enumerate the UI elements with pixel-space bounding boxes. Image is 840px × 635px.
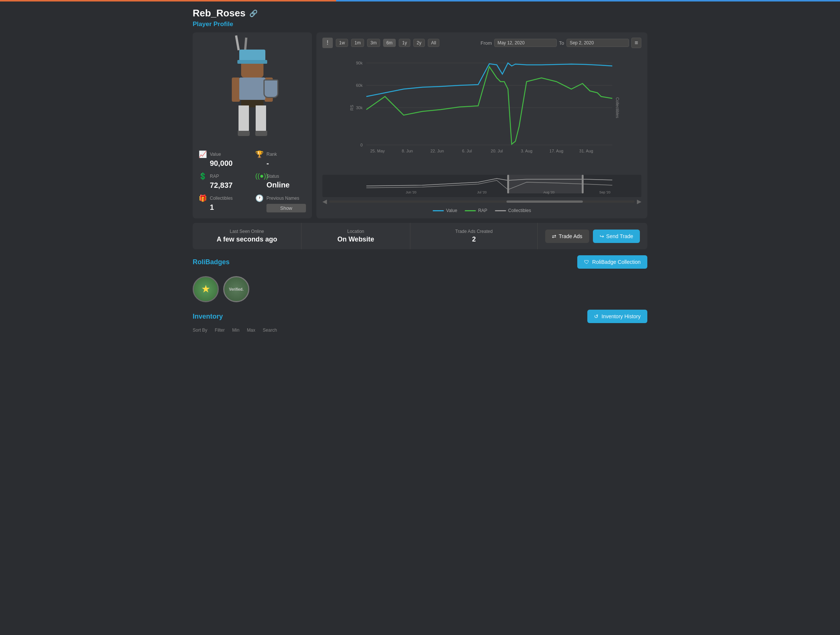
chart-scroll-left[interactable]: ◀ <box>322 198 327 205</box>
time-btn-3m[interactable]: 3m <box>367 39 380 47</box>
shield-icon: 🛡 <box>584 259 589 265</box>
date-range: From To ≡ <box>481 38 641 48</box>
time-btn-1w[interactable]: 1w <box>336 39 348 47</box>
collectibles-count: 1 <box>199 203 249 212</box>
time-btn-1m[interactable]: 1m <box>351 39 364 47</box>
chart-scrollbar-thumb <box>507 201 583 203</box>
rap-amount: 72,837 <box>199 181 249 190</box>
stats-grid: 📈 Value 90,000 🏆 Rank - 💲 <box>199 147 306 212</box>
svg-text:Jun '20: Jun '20 <box>406 190 417 194</box>
svg-text:8. Jun: 8. Jun <box>402 149 413 153</box>
rolibadges-section: RoliBadges 🛡 RoliBadge Collection ★ Veri… <box>193 255 647 308</box>
badges-row: ★ Verified. <box>193 273 647 308</box>
chart-legend: Value RAP Collectibles <box>322 208 641 213</box>
stat-collectibles: 🎁 Collectibles 1 <box>199 194 249 212</box>
chart-scroll-right[interactable]: ▶ <box>637 198 641 205</box>
from-date-input[interactable] <box>494 39 557 47</box>
svg-text:6. Jul: 6. Jul <box>462 149 472 153</box>
send-trade-button[interactable]: ↪ Send Trade <box>593 229 640 243</box>
status-icon: ((●)) <box>255 172 264 180</box>
legend-rap: RAP <box>465 208 488 213</box>
svg-text:17. Aug: 17. Aug <box>549 149 563 153</box>
svg-text:Jul '20: Jul '20 <box>477 190 487 194</box>
location-section: Location On Website <box>302 223 410 249</box>
username: Reb_Roses <box>193 8 246 19</box>
time-btn-2y[interactable]: 2y <box>413 39 425 47</box>
rap-icon: 💲 <box>199 172 207 180</box>
rolibadge-collection-button[interactable]: 🛡 RoliBadge Collection <box>577 255 647 269</box>
avatar-arm-left <box>232 77 240 102</box>
username-row: Reb_Roses 🔗 <box>193 8 647 19</box>
history-icon: ↺ <box>594 313 598 319</box>
collectibles-icon: 🎁 <box>199 194 207 202</box>
trade-ads-button[interactable]: ⇄ Trade Ads <box>545 229 589 243</box>
chart-area: 90k 60k 30k 0 RS 25. May 8. Jun 22. Jun … <box>322 52 641 172</box>
avatar-leg-left <box>238 106 249 131</box>
sort-by-control: Sort By <box>193 327 207 333</box>
search-label: Search <box>263 327 277 333</box>
trade-ads-count: 2 <box>472 235 476 243</box>
svg-text:30k: 30k <box>356 106 363 110</box>
last-seen-label: Last Seen Online <box>230 229 264 234</box>
svg-text:25. May: 25. May <box>370 149 385 153</box>
avatar-shield <box>264 79 278 98</box>
min-label: Min <box>232 327 239 333</box>
svg-rect-23 <box>508 175 583 193</box>
time-btn-6m[interactable]: 6m <box>383 39 396 47</box>
main-chart-svg: 90k 60k 30k 0 RS 25. May 8. Jun 22. Jun … <box>322 52 641 164</box>
max-label: Max <box>247 327 255 333</box>
svg-text:20. Jul: 20. Jul <box>491 149 503 153</box>
trade-ads-section: Trade Ads Created 2 <box>410 223 538 249</box>
send-trade-icon: ↪ <box>600 233 604 239</box>
inventory-section: Inventory ↺ Inventory History Sort By Fi… <box>193 310 647 333</box>
stat-status: ((●)) Status Online <box>255 172 306 190</box>
history-icon: 🕐 <box>255 194 264 202</box>
rap-legend-line <box>465 210 476 211</box>
stat-previous-names: 🕐 Previous Names Show <box>255 194 306 212</box>
info-bar: Last Seen Online A few seconds ago Locat… <box>193 223 647 249</box>
stat-rank: 🏆 Rank - <box>255 150 306 168</box>
mini-chart-area: Jun '20 Jul '20 Aug '20 Sep '20 <box>322 175 641 197</box>
svg-rect-24 <box>507 175 509 193</box>
avatar-shoe-right <box>255 131 267 136</box>
svg-text:22. Jun: 22. Jun <box>430 149 444 153</box>
rolibadges-title: RoliBadges <box>193 258 230 266</box>
avatar-hat-brim <box>237 60 267 64</box>
chart-controls: ! 1w 1m 3m 6m 1y 2y All From To ≡ <box>322 38 641 48</box>
badge-star: ★ <box>193 276 219 302</box>
mini-chart-svg: Jun '20 Jul '20 Aug '20 Sep '20 <box>322 175 641 195</box>
stat-value: 📈 Value 90,000 <box>199 150 249 168</box>
avatar-shoe-left <box>238 131 250 136</box>
svg-text:60k: 60k <box>356 83 363 88</box>
trade-ads-label: Trade Ads Created <box>455 229 493 234</box>
time-btn-all[interactable]: All <box>428 39 439 47</box>
legend-value: Value <box>433 208 457 213</box>
chart-alert-button[interactable]: ! <box>322 38 333 48</box>
value-legend-line <box>433 210 444 211</box>
legend-collectibles: Collectibles <box>495 208 531 213</box>
to-date-input[interactable] <box>567 39 629 47</box>
time-btn-1y[interactable]: 1y <box>399 39 410 47</box>
inventory-controls: Sort By Filter Min Max Search <box>193 327 647 333</box>
avatar-figure <box>228 46 276 135</box>
inventory-history-button[interactable]: ↺ Inventory History <box>587 310 647 323</box>
svg-text:Sep '20: Sep '20 <box>599 190 610 194</box>
show-names-button[interactable]: Show <box>267 204 306 212</box>
inventory-header: Inventory ↺ Inventory History <box>193 310 647 323</box>
chart-panel: ! 1w 1m 3m 6m 1y 2y All From To ≡ <box>316 32 647 218</box>
avatar-torso <box>239 77 265 100</box>
chart-menu-button[interactable]: ≡ <box>631 38 641 48</box>
svg-text:31. Aug: 31. Aug <box>579 149 593 153</box>
link-icon[interactable]: 🔗 <box>249 9 257 17</box>
status-value: Online <box>255 181 306 189</box>
value-icon: 📈 <box>199 150 207 158</box>
badge-verified: Verified. <box>223 276 249 302</box>
collectibles-legend-line <box>495 210 506 211</box>
avatar-leg-right <box>256 106 266 131</box>
rank-icon: 🏆 <box>255 150 264 158</box>
rolibadges-header: RoliBadges 🛡 RoliBadge Collection <box>193 255 647 269</box>
trade-ads-icon: ⇄ <box>552 233 556 239</box>
svg-text:Collectibles: Collectibles <box>615 97 620 118</box>
info-action-buttons: ⇄ Trade Ads ↪ Send Trade <box>538 223 647 249</box>
last-seen-section: Last Seen Online A few seconds ago <box>193 223 302 249</box>
